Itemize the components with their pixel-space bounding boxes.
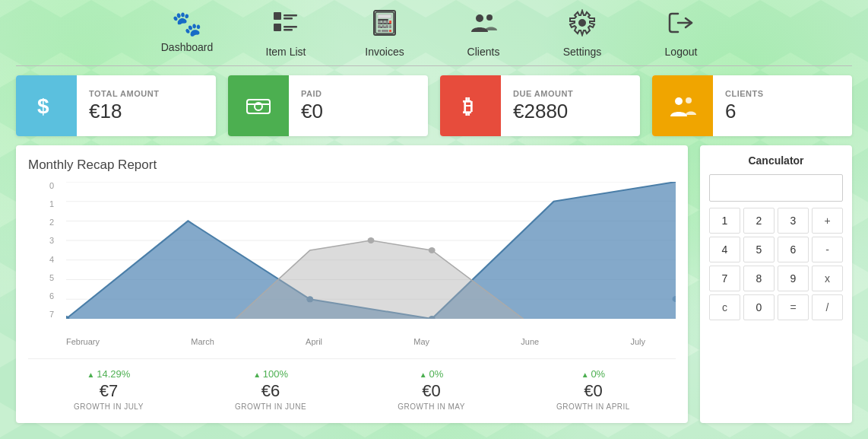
x-label-april: April	[306, 337, 322, 346]
calc-btn-clear[interactable]: c	[709, 294, 740, 320]
svg-text:₿: ₿	[463, 95, 473, 118]
calculator-title: Canculator	[709, 154, 843, 167]
clients-value: 6	[725, 100, 764, 123]
growth-july: 14.29% €7 GROWTH IN JULY	[74, 368, 144, 411]
clients-info: CLIENTS 6	[713, 75, 776, 136]
stat-due-amount: ₿ DUE AMOUNT €2880	[440, 75, 640, 136]
svg-rect-20	[385, 25, 388, 28]
svg-point-35	[686, 97, 692, 103]
calc-btn-0[interactable]: 0	[743, 294, 775, 320]
svg-point-27	[578, 19, 586, 27]
chart-area: 7 6 5 4 3 2 1 0	[28, 182, 676, 334]
nav-itemlist-label: Item List	[266, 46, 306, 58]
logout-icon	[667, 9, 695, 43]
growth-may-label: GROWTH IN MAY	[398, 402, 465, 411]
paid-info: PAID €0	[289, 75, 335, 136]
nav-dashboard-label: Dashboard	[161, 41, 214, 53]
total-amount-info: TOTAL AMOUNT €18	[77, 75, 171, 136]
calc-btn-multiply[interactable]: x	[812, 266, 843, 291]
nav-invoices[interactable]: Invoices	[358, 9, 411, 58]
svg-point-25	[476, 14, 483, 22]
calc-btn-1[interactable]: 1	[709, 208, 740, 234]
stat-paid: PAID €0	[228, 75, 428, 136]
nav-clients[interactable]: Clients	[457, 9, 510, 58]
svg-rect-4	[284, 26, 297, 28]
growth-july-label: GROWTH IN JULY	[74, 402, 144, 411]
chart-x-labels: February March April May June July	[28, 334, 676, 346]
svg-rect-17	[389, 21, 391, 24]
total-amount-value: €18	[89, 100, 159, 123]
growth-row: 14.29% €7 GROWTH IN JULY 100% €6 GROWTH …	[28, 358, 676, 411]
due-amount-label: DUE AMOUNT	[513, 89, 573, 98]
svg-point-50	[429, 247, 436, 253]
calc-btn-2[interactable]: 2	[743, 208, 775, 234]
due-amount-info: DUE AMOUNT €2880	[501, 75, 585, 136]
svg-rect-22	[378, 30, 381, 32]
svg-rect-30	[247, 100, 270, 113]
svg-point-34	[675, 97, 683, 105]
calc-btn-5[interactable]: 5	[743, 237, 775, 262]
growth-april: 0% €0 GROWTH IN APRIL	[556, 368, 630, 411]
paid-label: PAID	[301, 89, 323, 98]
calculator-display[interactable]	[709, 174, 843, 202]
growth-june-label: GROWTH IN JUNE	[235, 402, 306, 411]
svg-rect-3	[284, 17, 293, 20]
navigation: 🐾 Dashboard Item List	[16, 0, 852, 64]
chart-panel: Monthly Recap Report 7 6 5 4 3 2 1 0	[16, 145, 688, 423]
nav-settings-label: Settings	[563, 46, 602, 58]
dashboard-icon: 🐾	[172, 9, 202, 38]
x-label-july: July	[630, 337, 645, 346]
total-amount-icon: $	[16, 75, 77, 136]
svg-rect-23	[382, 30, 388, 32]
due-amount-icon: ₿	[440, 75, 501, 136]
growth-july-amount: €7	[74, 381, 144, 401]
total-amount-label: TOTAL AMOUNT	[89, 89, 159, 98]
calc-btn-equals[interactable]: =	[778, 294, 809, 320]
calculator-grid: 1 2 3 + 4 5 6 - 7 8 9 x c 0 = /	[709, 208, 843, 320]
svg-rect-19	[382, 25, 385, 28]
growth-may-amount: €0	[398, 381, 465, 401]
calc-btn-9[interactable]: 9	[778, 266, 809, 291]
svg-rect-13	[378, 14, 391, 18]
calc-btn-8[interactable]: 8	[743, 266, 775, 291]
svg-rect-5	[284, 29, 293, 31]
growth-may: 0% €0 GROWTH IN MAY	[398, 368, 465, 411]
stat-clients: CLIENTS 6	[652, 75, 852, 136]
svg-rect-18	[378, 25, 381, 28]
x-label-may: May	[413, 337, 429, 346]
clients-stat-icon	[652, 75, 713, 136]
chart-title: Monthly Recap Report	[28, 157, 676, 173]
growth-may-pct: 0%	[398, 368, 465, 380]
x-label-february: February	[66, 337, 100, 346]
growth-april-amount: €0	[556, 381, 630, 401]
calc-btn-3[interactable]: 3	[778, 208, 809, 234]
nav-settings[interactable]: Settings	[556, 9, 609, 58]
growth-june-amount: €6	[235, 381, 306, 401]
calc-btn-7[interactable]: 7	[709, 266, 740, 291]
nav-logout-label: Logout	[665, 46, 698, 58]
svg-rect-15	[382, 21, 385, 24]
nav-invoices-label: Invoices	[365, 46, 404, 58]
stat-cards: $ TOTAL AMOUNT €18 PAID €0	[16, 75, 852, 136]
y-axis: 7 6 5 4 3 2 1 0	[28, 182, 59, 319]
calc-btn-plus[interactable]: +	[812, 208, 843, 234]
svg-rect-21	[389, 25, 391, 28]
calc-btn-divide[interactable]: /	[812, 294, 843, 320]
growth-june: 100% €6 GROWTH IN JUNE	[235, 368, 306, 411]
paid-value: €0	[301, 100, 323, 123]
stat-total-amount: $ TOTAL AMOUNT €18	[16, 75, 216, 136]
x-label-march: March	[191, 337, 214, 346]
settings-icon	[569, 9, 596, 43]
calc-btn-minus[interactable]: -	[812, 237, 843, 262]
nav-logout[interactable]: Logout	[654, 9, 708, 58]
svg-point-26	[486, 14, 493, 21]
nav-dashboard[interactable]: 🐾 Dashboard	[160, 9, 214, 58]
x-label-june: June	[521, 337, 539, 346]
nav-clients-label: Clients	[467, 46, 500, 58]
svg-rect-16	[385, 21, 388, 24]
calc-btn-6[interactable]: 6	[778, 237, 809, 262]
growth-april-pct: 0%	[556, 368, 630, 380]
main-content: Monthly Recap Report 7 6 5 4 3 2 1 0	[16, 145, 852, 423]
calc-btn-4[interactable]: 4	[709, 237, 740, 262]
nav-item-list[interactable]: Item List	[259, 9, 312, 58]
